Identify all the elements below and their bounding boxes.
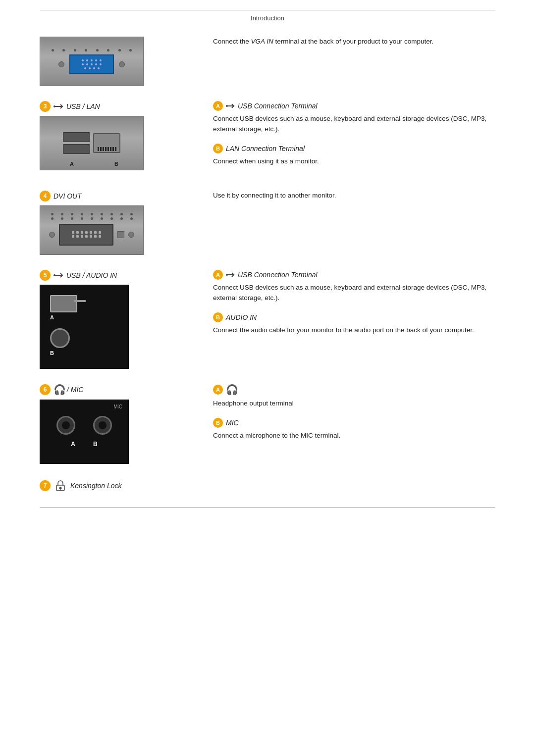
section-6-badge: 6 🎧 / MIC — [40, 384, 83, 396]
dvi-left: 4 DVI OUT — [40, 191, 208, 255]
vga-desc: Connect the VGA IN terminal at the back … — [213, 37, 495, 47]
usb-port-2 — [63, 144, 90, 154]
sub-badge-a1: A — [213, 101, 223, 111]
headmic-diagram: MiC A B — [40, 400, 129, 464]
usb-ports — [63, 132, 90, 154]
sub-item-usb-2-header: A USB Connection Terminal — [213, 270, 495, 280]
sub-badge-b1: B — [213, 144, 223, 153]
sub-item-audio-header: B AUDIO IN — [213, 312, 495, 322]
badge-circle-5: 5 — [40, 270, 51, 281]
sub-badge-b2: B — [213, 312, 223, 322]
badge-circle-3: 3 — [40, 101, 51, 112]
vga-left — [40, 37, 208, 86]
sub-label-mic: MIC — [226, 419, 239, 427]
usbaudio-right: A USB Connection Terminal Connect USB de… — [208, 270, 495, 345]
svg-point-7 — [226, 274, 228, 276]
usb-lan-diagram: A B — [40, 116, 144, 170]
section-usbaudio: 5 USB / AUDIO IN A — [40, 270, 495, 369]
usb-lan-icon — [54, 102, 64, 110]
ab-a-label-headmic: A — [71, 441, 75, 448]
section-3-label: USB / LAN — [66, 102, 100, 110]
svg-point-5 — [54, 274, 55, 276]
sub-badge-b3: B — [213, 418, 223, 428]
sub-label-usb-2: USB Connection Terminal — [238, 271, 318, 279]
usb-conn-icon-1 — [226, 102, 236, 109]
section-usb-lan: 3 USB / LAN — [40, 101, 495, 176]
dvi-desc: Use it by connecting it to another monit… — [213, 191, 495, 201]
dvi-connector — [59, 224, 113, 246]
section-4-label: DVI OUT — [54, 192, 82, 200]
badge-circle-4: 4 — [40, 191, 51, 202]
header-title: Introduction — [251, 14, 284, 22]
usbaudio-icon — [54, 271, 64, 279]
sub-badge-a3: A — [213, 385, 223, 395]
usb-lan-right: A USB Connection Terminal Connect USB de… — [208, 101, 495, 176]
top-rule — [40, 10, 495, 10]
section-3-badge: 3 USB / LAN — [40, 101, 100, 112]
sub-item-usb: A USB Connection Terminal Connect USB de… — [213, 101, 495, 135]
usb-desc-1: Connect USB devices such as a mouse, key… — [213, 114, 495, 135]
audio-desc: Connect the audio cable for your monitor… — [213, 325, 495, 336]
sub-item-lan-header: B LAN Connection Terminal — [213, 144, 495, 153]
usbaudio-left: 5 USB / AUDIO IN A — [40, 270, 208, 369]
mic-desc: Connect a microphone to the MIC terminal… — [213, 431, 495, 441]
dvi-diagram — [40, 205, 144, 255]
badge-circle-7: 7 — [40, 480, 51, 491]
section-headmic: 6 🎧 / MIC MiC A B — [40, 384, 495, 464]
sub-label-lan: LAN Connection Terminal — [226, 145, 305, 152]
section-dvi: 4 DVI OUT — [40, 191, 495, 255]
section-4-badge: 4 DVI OUT — [40, 191, 82, 202]
svg-point-9 — [59, 487, 62, 489]
sub-label-usb-1: USB Connection Terminal — [238, 102, 318, 110]
sub-item-usb-header: A USB Connection Terminal — [213, 101, 495, 111]
mic-text: MiC — [113, 404, 122, 409]
sub-item-audio: B AUDIO IN Connect the audio cable for y… — [213, 312, 495, 336]
headmic-right: A 🎧 Headphone output terminal B MIC Conn… — [208, 384, 495, 450]
vga-diagram — [40, 37, 144, 86]
section-5-badge: 5 USB / AUDIO IN — [40, 270, 117, 281]
sub-item-mic-header: B MIC — [213, 418, 495, 428]
dvi-right: Use it by connecting it to another monit… — [208, 191, 495, 201]
vga-right: Connect the VGA IN terminal at the back … — [208, 37, 495, 47]
usb-conn-icon-2 — [226, 271, 236, 278]
section-7-label: Kensington Lock — [70, 482, 122, 490]
ab-label-b-lan: B — [114, 161, 118, 167]
page-header: Introduction — [40, 14, 495, 22]
section-6-label: / MIC — [67, 386, 83, 394]
section-5-label: USB / AUDIO IN — [66, 271, 117, 279]
sub-item-mic: B MIC Connect a microphone to the MIC te… — [213, 418, 495, 441]
sub-item-lan: B LAN Connection Terminal Connect when u… — [213, 144, 495, 167]
headmic-left: 6 🎧 / MIC MiC A B — [40, 384, 208, 464]
lan-port — [93, 133, 120, 153]
svg-point-1 — [54, 105, 55, 107]
svg-point-3 — [226, 105, 228, 107]
usbaudio-diagram: A B — [40, 285, 129, 369]
bottom-rule — [40, 507, 495, 508]
lan-desc: Connect when using it as a monitor. — [213, 156, 495, 167]
lan-pins — [98, 147, 116, 151]
badge-circle-6: 6 — [40, 384, 51, 395]
sub-item-usb-2: A USB Connection Terminal Connect USB de… — [213, 270, 495, 303]
ab-label-a-usb: A — [70, 161, 74, 167]
headphone-icon-small: 🎧 — [54, 384, 66, 396]
sub-item-headphone-header: A 🎧 — [213, 384, 495, 396]
sub-label-audio: AUDIO IN — [226, 313, 257, 321]
section-vga: Connect the VGA IN terminal at the back … — [40, 37, 495, 86]
sub-item-headphone: A 🎧 Headphone output terminal — [213, 384, 495, 409]
sub-badge-a2: A — [213, 270, 223, 280]
usb-lan-left: 3 USB / LAN — [40, 101, 208, 170]
page-container: Introduction — [0, 0, 535, 528]
headphone-desc: Headphone output terminal — [213, 399, 495, 409]
section-kensington: 7 Kensington Lock — [40, 479, 495, 493]
ab-b-label-headmic: B — [93, 441, 98, 448]
usb-desc-2: Connect USB devices such as a mouse, key… — [213, 283, 495, 303]
kensington-icon — [54, 479, 67, 493]
headphone-icon-sub: 🎧 — [226, 384, 238, 396]
usb-port-1 — [63, 132, 90, 142]
